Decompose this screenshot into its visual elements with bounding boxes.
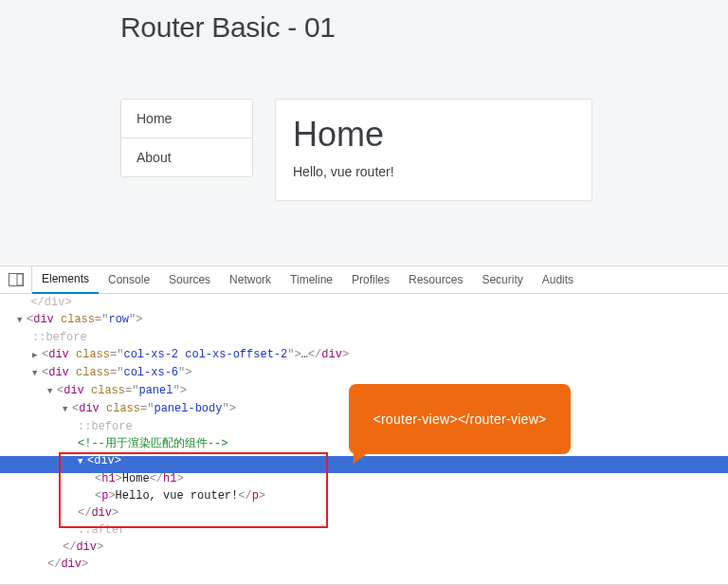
dom-text: </div> (17, 296, 72, 309)
devtools-tabs: Elements Console Sources Network Timelin… (0, 266, 728, 294)
panel-text: Hello, vue router! (293, 164, 574, 179)
tab-console[interactable]: Console (99, 266, 159, 294)
dom-node-col2[interactable]: <div class="col-xs-6"> (0, 364, 728, 382)
devtools-dom-tree[interactable]: </div> <div class="row"> ::before <div c… (0, 294, 728, 585)
annotation-callout: <router-view></router-view> (349, 384, 571, 454)
dom-node-col1[interactable]: <div class="col-xs-2 col-xs-offset-2">…<… (0, 346, 728, 364)
nav-item-home[interactable]: Home (121, 100, 252, 138)
tab-resources[interactable]: Resources (399, 266, 472, 294)
tab-audits[interactable]: Audits (533, 266, 583, 294)
content-panel: Home Hello, vue router! (275, 99, 592, 201)
tab-sources[interactable]: Sources (159, 266, 220, 294)
nav-item-about[interactable]: About (121, 138, 252, 176)
app-preview-area: Router Basic - 01 Home About Home Hello,… (0, 0, 728, 265)
dom-node-row[interactable]: <div class="row"> (0, 311, 728, 329)
dom-close-panel[interactable]: </div> (0, 556, 728, 573)
tab-network[interactable]: Network (220, 266, 281, 294)
callout-text: <router-view></router-view> (373, 411, 546, 428)
svg-rect-0 (9, 274, 23, 286)
dom-node-h1[interactable]: <h1>Home</h1> (0, 470, 728, 487)
svg-rect-1 (17, 274, 23, 285)
dock-icon[interactable] (0, 266, 32, 294)
tab-profiles[interactable]: Profiles (342, 266, 399, 294)
tab-timeline[interactable]: Timeline (281, 266, 342, 294)
devtools-panel: Elements Console Sources Network Timelin… (0, 265, 728, 585)
tab-elements[interactable]: Elements (32, 266, 99, 294)
dom-close-div[interactable]: </div> (0, 504, 728, 521)
page-title: Router Basic - 01 (120, 11, 336, 44)
dom-pseudo-after: ::after (78, 523, 125, 537)
panel-heading: Home (293, 115, 574, 155)
tab-security[interactable]: Security (472, 266, 532, 294)
dom-comment: <!--用于渲染匹配的组件--> (78, 437, 228, 450)
nav-list: Home About (120, 99, 253, 177)
dom-pseudo-before-2: ::before (78, 420, 133, 433)
dom-pseudo-before: ::before (32, 331, 87, 344)
dom-close-panelbody[interactable]: </div> (0, 539, 728, 556)
dom-node-p[interactable]: <p>Hello, vue router!</p> (0, 487, 728, 504)
